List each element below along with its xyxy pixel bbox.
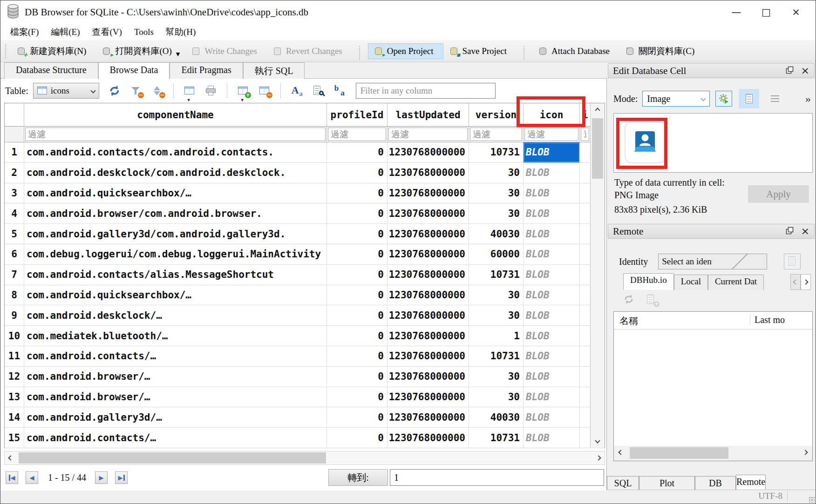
filter-input-version[interactable] bbox=[470, 128, 522, 141]
cell-componentName[interactable]: com.android.contacts/… bbox=[24, 428, 327, 448]
dock-tab[interactable]: DB Schema bbox=[695, 476, 736, 491]
table-row[interactable]: 8 com.android.quicksearchbox/… 0 1230768… bbox=[5, 285, 605, 306]
cell-icon-blob[interactable]: BLOB bbox=[524, 244, 580, 264]
scroll-up-button[interactable] bbox=[591, 103, 605, 117]
cell-icon-blob[interactable]: BLOB bbox=[524, 326, 580, 346]
column-header-icon[interactable]: icon bbox=[524, 103, 580, 126]
cell-version[interactable]: 30 bbox=[469, 203, 524, 223]
cell-componentName[interactable]: com.android.browser/com.android.browser. bbox=[24, 203, 327, 223]
table-combobox[interactable]: icons bbox=[33, 83, 99, 99]
grid-vertical-scrollbar[interactable] bbox=[590, 103, 605, 448]
toolbar-button[interactable]: Attach Database bbox=[532, 43, 619, 59]
cell-version[interactable]: 60000 bbox=[469, 244, 524, 264]
filter-input-truncated[interactable] bbox=[581, 128, 589, 141]
cell-profileId[interactable]: 0 bbox=[327, 244, 388, 264]
clear-all-filters-icon[interactable]: − bbox=[130, 85, 142, 97]
main-tab[interactable]: Edit Pragmas bbox=[170, 62, 243, 79]
scroll-right-button[interactable] bbox=[592, 451, 605, 464]
table-row[interactable]: 1 com.android.contacts/com.android.conta… bbox=[5, 142, 605, 163]
column-header-lastUpdated[interactable]: lastUpdated bbox=[388, 103, 469, 126]
word-wrap-icon[interactable] bbox=[767, 91, 783, 107]
cell-lastUpdated[interactable]: 1230768000000 bbox=[388, 183, 469, 203]
scroll-left-button[interactable] bbox=[5, 451, 17, 464]
font-icon[interactable]: Aa bbox=[291, 85, 303, 97]
close-panel-icon[interactable]: × bbox=[801, 66, 809, 75]
main-tab[interactable]: 執行 SQL bbox=[243, 62, 305, 79]
table-row[interactable]: 9 com.android.deskclock/… 0 123076800000… bbox=[5, 305, 605, 326]
resize-grip[interactable] bbox=[809, 497, 815, 503]
cell-lastUpdated[interactable]: 1230768000000 bbox=[388, 285, 469, 305]
cell-lastUpdated[interactable]: 1230768000000 bbox=[388, 305, 469, 325]
table-row[interactable]: 4 com.android.browser/com.android.browse… bbox=[5, 203, 605, 224]
filter-input-icon[interactable] bbox=[524, 128, 578, 141]
cell-icon-blob[interactable]: BLOB bbox=[524, 163, 580, 183]
table-row[interactable]: 7 com.android.contacts/alias.MessageShor… bbox=[5, 265, 605, 285]
cell-profileId[interactable]: 0 bbox=[327, 305, 388, 325]
cell-componentName[interactable]: com.debug.loggerui/com.debug.loggerui.Ma… bbox=[24, 244, 327, 264]
remote-tab[interactable]: Current Dat bbox=[708, 275, 764, 290]
cell-profileId[interactable]: 0 bbox=[327, 265, 388, 285]
column-header-truncated[interactable]: i bbox=[580, 103, 591, 126]
tab-scroll-left-icon[interactable] bbox=[790, 274, 801, 290]
scrollbar-thumb[interactable] bbox=[19, 452, 326, 464]
cell-profileId[interactable]: 0 bbox=[327, 326, 388, 346]
goto-record-input[interactable] bbox=[390, 469, 604, 486]
close-panel-icon[interactable]: × bbox=[801, 227, 809, 236]
cell-componentName[interactable]: com.android.deskclock/… bbox=[24, 305, 327, 325]
cell-version[interactable]: 10731 bbox=[469, 265, 524, 285]
remote-name-header[interactable]: 名稱 bbox=[619, 315, 638, 327]
toolbar-button[interactable]: ▸ Open Project bbox=[368, 43, 443, 59]
scroll-right-button[interactable] bbox=[799, 446, 811, 459]
scrollbar-thumb[interactable] bbox=[630, 447, 728, 459]
cell-lastUpdated[interactable]: 1230768000000 bbox=[388, 244, 469, 264]
print-icon[interactable] bbox=[205, 85, 217, 97]
cell-profileId[interactable]: 0 bbox=[327, 407, 388, 427]
insert-record-icon[interactable]: + bbox=[237, 85, 249, 97]
goto-record-button[interactable]: 轉到: bbox=[328, 469, 388, 486]
toolbar-button[interactable]: ▪ Save Project bbox=[443, 43, 517, 59]
encoding-label[interactable]: UTF-8 bbox=[758, 491, 788, 501]
cell-lastUpdated[interactable]: 1230768000000 bbox=[388, 346, 469, 366]
cell-profileId[interactable]: 0 bbox=[327, 346, 388, 366]
last-page-button[interactable]: ▶ bbox=[115, 471, 128, 484]
table-row[interactable]: 12 com.android.browser/… 0 1230768000000… bbox=[5, 367, 605, 387]
remote-last-modified-header[interactable]: Last mo bbox=[750, 315, 812, 325]
cell-profileId[interactable]: 0 bbox=[327, 285, 388, 305]
cell-componentName[interactable]: com.android.quicksearchbox/… bbox=[24, 183, 327, 203]
cell-lastUpdated[interactable]: 1230768000000 bbox=[388, 326, 469, 346]
cell-lastUpdated[interactable]: 1230768000000 bbox=[388, 163, 469, 183]
identity-combobox[interactable]: Select an identity to conne bbox=[658, 254, 767, 269]
cell-componentName[interactable]: com.android.contacts/com.android.contact… bbox=[24, 142, 327, 162]
cell-icon-blob[interactable]: BLOB bbox=[524, 367, 580, 387]
grid-horizontal-scrollbar[interactable] bbox=[4, 451, 605, 465]
toolbar-button[interactable]: ▸ 打開資料庫(O) ▼ bbox=[96, 42, 185, 60]
cell-lastUpdated[interactable]: 1230768000000 bbox=[388, 265, 469, 285]
mode-combobox[interactable]: Image bbox=[642, 91, 710, 107]
cell-icon-blob[interactable]: BLOB bbox=[524, 142, 580, 162]
cell-profileId[interactable]: 0 bbox=[327, 224, 388, 244]
toolbar-button[interactable]: Write Changes bbox=[185, 43, 267, 59]
cell-profileId[interactable]: 0 bbox=[327, 387, 388, 407]
main-tab[interactable]: Database Structure bbox=[4, 62, 98, 79]
cell-componentName[interactable]: com.android.deskclock/com.android.deskcl… bbox=[24, 163, 327, 183]
remote-refresh-icon[interactable] bbox=[623, 294, 635, 306]
table-row[interactable]: 13 com.android.browser/… 0 1230768000000… bbox=[5, 387, 605, 408]
cell-lastUpdated[interactable]: 1230768000000 bbox=[388, 203, 469, 223]
cell-lastUpdated[interactable]: 1230768000000 bbox=[388, 224, 469, 244]
cell-icon-blob[interactable]: BLOB bbox=[524, 428, 580, 448]
table-row[interactable]: 6 com.debug.loggerui/com.debug.loggerui.… bbox=[5, 244, 605, 265]
import-data-button[interactable] bbox=[715, 91, 732, 107]
more-tools-icon[interactable]: » bbox=[805, 93, 811, 105]
cell-version[interactable]: 40030 bbox=[469, 224, 524, 244]
cell-icon-blob[interactable]: BLOB bbox=[524, 265, 580, 285]
table-row[interactable]: 11 com.android.contacts/… 0 123076800000… bbox=[5, 346, 605, 367]
menu-item[interactable]: 幫助(H) bbox=[160, 25, 202, 40]
cell-icon-blob[interactable]: BLOB bbox=[524, 224, 580, 244]
cell-lastUpdated[interactable]: 1230768000000 bbox=[388, 407, 469, 427]
cell-profileId[interactable]: 0 bbox=[327, 142, 388, 162]
column-header-version[interactable]: version bbox=[469, 103, 524, 126]
replace-icon[interactable]: ba bbox=[333, 85, 346, 97]
cell-lastUpdated[interactable]: 1230768000000 bbox=[388, 142, 469, 162]
filter-input-lastUpdated[interactable] bbox=[388, 128, 468, 141]
column-header-profileId[interactable]: profileId bbox=[327, 103, 388, 126]
